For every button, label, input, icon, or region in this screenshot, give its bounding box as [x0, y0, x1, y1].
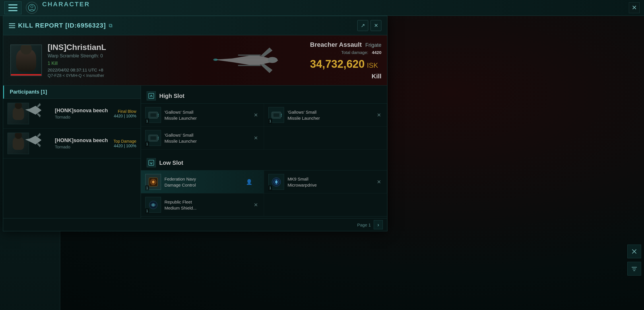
svg-point-33 [152, 204, 155, 206]
kill-ship-image [206, 38, 292, 83]
low-slot-item-2-qty: 1 [268, 185, 272, 190]
person-icon: 👤 [246, 179, 252, 185]
high-slot-item-1-close[interactable]: ✕ [252, 111, 259, 120]
svg-rect-21 [150, 136, 156, 140]
high-slot-item-1-name: 'Gallows' SmallMissile Launcher [164, 109, 252, 121]
svg-rect-10 [149, 93, 154, 98]
low-slot-item-2[interactable]: 1 MK9 SmallMicrowarpdrive ✕ [264, 170, 387, 193]
high-slot-item-1-qty: 1 [145, 119, 149, 123]
final-blow-label: Final Blow [114, 109, 136, 114]
low-slot-item-3-name: Republic FleetMedium Shield... [164, 199, 252, 211]
participant-ship-icon-2 [23, 130, 43, 150]
high-slot-item-1-info: 'Gallows' SmallMissile Launcher [161, 109, 252, 121]
slots-panel: High Slot 1 [141, 86, 387, 231]
low-slot-item-3-close[interactable]: ✕ [252, 200, 259, 210]
low-slot-icon [147, 158, 156, 167]
high-slot-item-3-info: 'Gallows' SmallMissile Launcher [161, 132, 252, 144]
svg-rect-17 [273, 113, 280, 117]
isk-label: ISK [367, 61, 378, 69]
high-slot-item-3-qty: 1 [145, 142, 149, 146]
kill-report-menu-btn[interactable] [9, 23, 15, 28]
high-slot-grid: 1 'Gallows' SmallMissile Launcher ✕ [141, 104, 387, 150]
global-menu-button[interactable] [4, 1, 22, 14]
low-slot-item-3-qty: 1 [145, 208, 149, 213]
high-slot-item-2-qty: 1 [268, 119, 272, 123]
kill-avatar-inner [11, 45, 41, 75]
isk-value: 34,732,620 [310, 58, 364, 70]
participant-stats-2: Top Damage 4420 | 100% [114, 139, 136, 148]
participant-ship-name-2: Tornado [55, 144, 114, 149]
low-slot-title: Low Slot [159, 160, 183, 166]
global-header: CHARACTER ✕ [0, 0, 644, 16]
kill-report-header: KILL REPORT [ID:6956323] ⧉ ↗ ✕ [3, 16, 387, 35]
participant-ship-name-1: Tornado [55, 115, 114, 119]
participant-item-1[interactable]: [HONK]sonova beech Tornado Final Blow 44… [3, 99, 141, 129]
global-close-button[interactable]: ✕ [629, 2, 640, 13]
participant-name-1: [HONK]sonova beech [55, 108, 114, 114]
hamburger-icon [8, 4, 18, 11]
copy-icon[interactable]: ⧉ [109, 23, 112, 29]
kill-report-external-button[interactable]: ↗ [357, 20, 368, 31]
next-page-button[interactable]: › [374, 220, 383, 229]
filter-button[interactable] [627, 262, 641, 276]
avatar-silhouette [16, 49, 36, 72]
character-icon-header [26, 2, 38, 14]
participant-stat-numbers-1: 4420 | 100% [114, 114, 136, 118]
kill-ship-info: Breacher Assault Frigate Total damage: 4… [310, 41, 381, 80]
svg-point-5 [213, 59, 218, 61]
low-slot-grid: 1 Federation NavyDamage Control 👤 [141, 170, 387, 216]
participants-panel: Participants [1] [3, 86, 141, 231]
kill-report-title: KILL REPORT [ID:6956323] [18, 22, 106, 29]
kill-report-body: Participants [1] [3, 86, 387, 231]
side-cross-button[interactable] [627, 245, 641, 258]
participants-section-header: Participants [1] [3, 86, 141, 99]
kill-type-badge: Kill [310, 73, 381, 80]
kill-count-badge: 1 Kill [48, 61, 58, 66]
high-slot-item-1[interactable]: 1 'Gallows' SmallMissile Launcher ✕ [141, 104, 264, 127]
participant-ship-1 [23, 100, 43, 120]
low-slot-item-3[interactable]: 1 Republic FleetMedium Shield... ✕ [141, 193, 264, 216]
low-slot-item-2-name: MK9 SmallMicrowarpdrive [288, 176, 375, 188]
high-slot-item-3-name: 'Gallows' SmallMissile Launcher [164, 132, 252, 144]
svg-rect-8 [238, 65, 261, 66]
low-slot-empty-1 [264, 193, 387, 216]
kill-avatar [10, 44, 42, 76]
high-slot-item-2-close[interactable]: ✕ [375, 111, 383, 120]
slots-bottom-bar: Page 1 › [141, 218, 387, 231]
ship-svg [209, 42, 290, 79]
participant-item-2[interactable]: [HONK]sonova beech Tornado Top Damage 44… [3, 129, 141, 158]
low-slot-item-2-info: MK9 SmallMicrowarpdrive [284, 176, 375, 188]
participant-name-2: [HONK]sonova beech [55, 137, 114, 144]
svg-rect-7 [238, 55, 261, 56]
participant-stats-1: Final Blow 4420 | 100% [114, 109, 136, 118]
svg-point-31 [275, 181, 278, 183]
low-slot-item-2-close[interactable]: ✕ [375, 177, 383, 187]
ship-type: Frigate [365, 42, 381, 48]
high-slot-item-2-name: 'Gallows' SmallMissile Launcher [288, 109, 375, 121]
high-slot-item-3[interactable]: 1 'Gallows' SmallMissile Launcher ✕ [141, 127, 264, 150]
low-slot-item-1[interactable]: 1 Federation NavyDamage Control 👤 [141, 170, 264, 193]
total-damage-label: Total damage: [341, 50, 368, 55]
high-slot-title: High Slot [159, 93, 185, 99]
kill-report-modal: KILL REPORT [ID:6956323] ⧉ ↗ ✕ [INS]Chri… [3, 16, 387, 231]
high-slot-header: High Slot [141, 88, 387, 104]
low-slot-item-1-qty: 1 [145, 185, 149, 190]
kill-avatar-bar [11, 74, 41, 75]
kill-banner: [INS]ChristianL Warp Scramble Strength: … [3, 35, 387, 86]
high-slot-item-2[interactable]: 1 'Gallows' SmallMissile Launcher ✕ [264, 104, 387, 127]
ship-class: Breacher Assault [310, 41, 362, 48]
kill-report-close-button[interactable]: ✕ [371, 20, 381, 31]
low-slot-item-1-info: Federation NavyDamage Control [161, 176, 259, 188]
high-slot-item-3-close[interactable]: ✕ [252, 133, 259, 143]
svg-rect-13 [150, 113, 156, 117]
page-label: Page 1 [357, 222, 371, 227]
participants-title: Participants [1] [10, 89, 47, 95]
top-damage-label: Top Damage [114, 139, 136, 144]
high-slot-icon [147, 91, 156, 100]
svg-point-6 [267, 57, 278, 63]
character-title: CHARACTER [42, 1, 90, 8]
svg-point-1 [31, 5, 33, 8]
svg-point-28 [152, 181, 154, 183]
high-slot-item-2-info: 'Gallows' SmallMissile Launcher [284, 109, 375, 121]
low-slot-item-1-name: Federation NavyDamage Control [164, 176, 259, 188]
